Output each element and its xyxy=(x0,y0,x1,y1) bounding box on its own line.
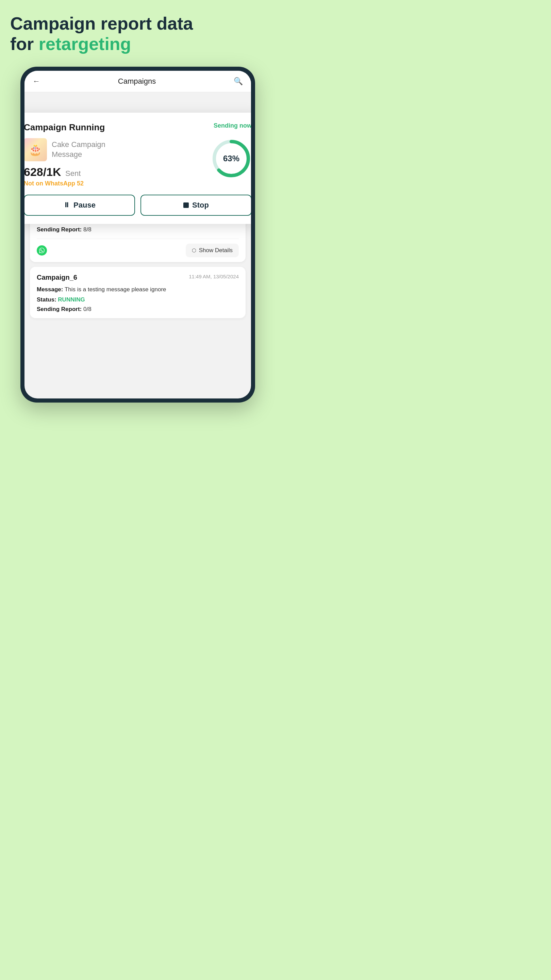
whatsapp-svg xyxy=(39,248,44,253)
top-bar: ← Campaigns 🔍 xyxy=(24,71,251,92)
campaign-name-text: Cake Campaign Message xyxy=(52,140,105,159)
show-details-button-7[interactable]: ⬡ Show Details xyxy=(186,243,239,257)
phone-mockup: ← Campaigns 🔍 Campaign Running Sending n… xyxy=(21,67,255,402)
search-button[interactable]: 🔍 xyxy=(233,77,243,86)
card-6-name: Campaign_6 xyxy=(37,274,77,282)
card-header: Campaign Running Sending now xyxy=(24,122,251,133)
campaign-name-sub: Message xyxy=(52,150,105,159)
card-6-status: RUNNING xyxy=(58,296,85,303)
card-6-header: Campaign_6 11:49 AM, 13/05/2024 xyxy=(37,274,239,282)
page-title: Campaign report data for retargeting xyxy=(10,14,265,54)
stop-icon xyxy=(183,202,189,208)
stop-button[interactable]: Stop xyxy=(140,195,251,216)
campaign-info-left: 🎂 Cake Campaign Message 628/1K Sent xyxy=(24,138,211,187)
card-6-sending-report: Sending Report: 0/8 xyxy=(37,306,239,313)
sending-report-label: Sending Report: xyxy=(37,226,83,233)
screen-content: Campaign Running Sending now 🎂 Cake Camp… xyxy=(24,92,251,398)
phone-inner: ← Campaigns 🔍 Campaign Running Sending n… xyxy=(24,71,251,398)
page-header: Campaign report data for retargeting xyxy=(10,14,265,54)
pause-label: Pause xyxy=(73,201,95,210)
stop-label: Stop xyxy=(192,201,209,210)
card-7-report-value: 8/8 xyxy=(83,226,92,233)
campaign-thumbnail: 🎂 xyxy=(24,138,47,161)
progress-text: 63% xyxy=(223,154,240,163)
card-7-sending-report: Sending Report: 8/8 xyxy=(37,226,239,233)
sent-info: 628/1K Sent xyxy=(24,165,211,179)
card-6-report-value: 0/8 xyxy=(83,306,92,312)
not-whatsapp-count: 52 xyxy=(77,180,84,187)
cake-image-inner: 🎂 xyxy=(24,138,47,161)
external-link-icon: ⬡ xyxy=(192,247,196,253)
sent-label: Sent xyxy=(65,169,81,178)
running-title: Campaign Running xyxy=(24,122,105,133)
topbar-title: Campaigns xyxy=(118,77,156,86)
campaign-running-card: Campaign Running Sending now 🎂 Cake Camp… xyxy=(24,113,251,224)
pause-icon: ⏸ xyxy=(63,201,70,209)
message-label-6: Message: xyxy=(37,286,63,293)
card-7-footer: ⬡ Show Details xyxy=(37,239,239,262)
sending-now-badge: Sending now xyxy=(214,122,251,129)
back-button[interactable]: ← xyxy=(33,77,40,86)
pause-button[interactable]: ⏸ Pause xyxy=(24,195,135,216)
action-buttons: ⏸ Pause Stop xyxy=(24,195,251,216)
not-on-whatsapp: Not on WhatsApp 52 xyxy=(24,180,211,187)
progress-ring: 63% xyxy=(211,138,251,179)
campaign-info-row: 🎂 Cake Campaign Message 628/1K Sent xyxy=(24,138,251,187)
card-6-message: Message: This is a testing message pleas… xyxy=(37,285,239,294)
progress-ring-container: 63% xyxy=(211,138,251,179)
show-details-label-7: Show Details xyxy=(199,247,233,254)
campaign-card-6: Campaign_6 11:49 AM, 13/05/2024 Message:… xyxy=(30,267,246,318)
page-title-prefix: for xyxy=(10,34,39,54)
whatsapp-icon xyxy=(37,245,47,256)
card-6-message-text: This is a testing message please ignore xyxy=(65,286,166,293)
status-label-6: Status: xyxy=(37,296,58,303)
page-title-line1: Campaign report data xyxy=(10,14,193,33)
sending-report-label-6: Sending Report: xyxy=(37,306,83,312)
card-6-timestamp: 11:49 AM, 13/05/2024 xyxy=(189,274,239,279)
card-6-status-row: Status: RUNNING xyxy=(37,296,239,303)
campaign-name-label: Cake Campaign xyxy=(52,140,105,150)
campaign-name-row: 🎂 Cake Campaign Message xyxy=(24,138,211,161)
page-title-highlight: retargeting xyxy=(39,34,131,54)
sent-count: 628/1K xyxy=(24,165,61,178)
